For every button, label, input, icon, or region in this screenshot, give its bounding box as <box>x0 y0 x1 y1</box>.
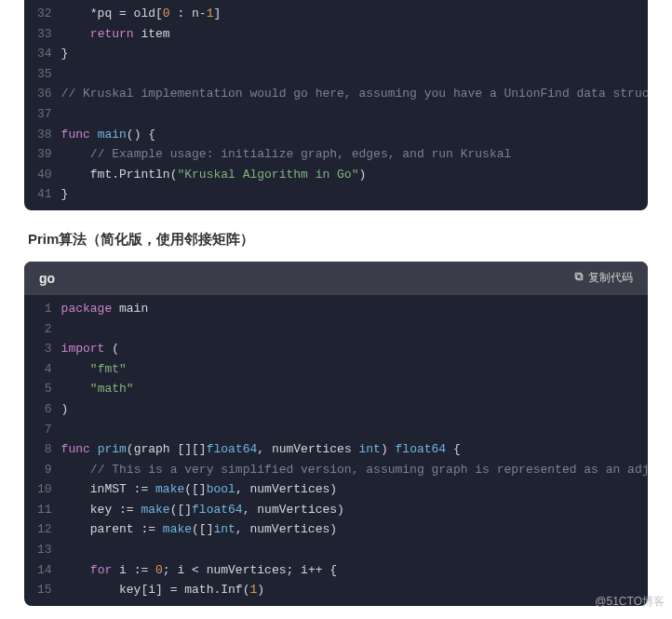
line-number: 39 <box>37 144 52 165</box>
line-number: 13 <box>37 540 52 560</box>
code-line: package main <box>61 299 648 319</box>
line-number: 7 <box>37 420 52 440</box>
line-number: 33 <box>37 24 52 45</box>
svg-rect-0 <box>577 275 583 280</box>
line-number: 6 <box>37 399 52 420</box>
code-line: "fmt" <box>61 359 648 380</box>
code-line <box>61 319 648 340</box>
line-number: 8 <box>37 439 52 460</box>
code-header: go 复制代码 <box>24 262 648 295</box>
line-number: 5 <box>37 379 52 399</box>
line-number: 14 <box>37 560 52 581</box>
line-number: 41 <box>37 184 52 205</box>
code-line <box>61 420 648 440</box>
code-line: key := make([]float64, numVertices) <box>61 500 648 520</box>
code-line: *pq = old[0 : n-1] <box>61 4 648 24</box>
copy-code-button[interactable]: 复制代码 <box>573 270 633 286</box>
line-number: 36 <box>37 84 52 104</box>
line-number: 1 <box>37 299 52 319</box>
line-number: 40 <box>37 165 52 185</box>
copy-code-label: 复制代码 <box>588 270 633 286</box>
code-line: } <box>61 44 648 64</box>
watermark: @51CTO博客 <box>595 594 665 610</box>
line-number: 12 <box>37 519 52 540</box>
code-line: for i := 0; i < numVertices; i++ { <box>61 560 648 581</box>
code-line: import ( <box>61 339 648 359</box>
code-line: parent := make([]int, numVertices) <box>61 519 648 540</box>
code-line: fmt.Println("Kruskal Algorithm in Go") <box>61 165 648 185</box>
code-line: ) <box>61 399 648 420</box>
code-line: // Kruskal implementation would go here,… <box>61 84 648 104</box>
language-label: go <box>39 271 55 286</box>
code-line: } <box>61 184 648 205</box>
line-number: 38 <box>37 125 52 145</box>
code-line: // Example usage: initialize graph, edge… <box>61 144 648 165</box>
code-body: 32333435363738394041 *pq = old[0 : n-1] … <box>24 0 648 210</box>
section-title: Prim算法（简化版，使用邻接矩阵） <box>28 231 648 249</box>
line-number: 37 <box>37 104 52 125</box>
code-line: func prim(graph [][]float64, numVertices… <box>61 439 648 460</box>
line-number: 4 <box>37 359 52 380</box>
code-line: inMST := make([]bool, numVertices) <box>61 479 648 500</box>
code-line <box>61 540 648 560</box>
code-line: // This is a very simplified version, as… <box>61 460 648 480</box>
code-line: return item <box>61 24 648 45</box>
code-body: 123456789101112131415 package mainimport… <box>24 295 648 606</box>
line-number: 3 <box>37 339 52 359</box>
line-number: 9 <box>37 460 52 480</box>
line-number: 32 <box>37 4 52 24</box>
code-line: func main() { <box>61 125 648 145</box>
code-line <box>61 104 648 125</box>
code-block-kruskal: 32333435363738394041 *pq = old[0 : n-1] … <box>24 0 648 210</box>
code-lines: package mainimport ( "fmt" "math")func p… <box>61 299 648 600</box>
code-line: key[i] = math.Inf(1) <box>61 580 648 600</box>
line-number: 11 <box>37 500 52 520</box>
line-number: 34 <box>37 44 52 64</box>
code-lines: *pq = old[0 : n-1] return item}// Kruska… <box>61 4 648 205</box>
code-block-prim: go 复制代码 123456789101112131415 package ma… <box>24 262 648 606</box>
line-number: 35 <box>37 64 52 85</box>
line-gutter: 123456789101112131415 <box>24 299 61 600</box>
code-line <box>61 64 648 85</box>
copy-icon <box>573 271 585 285</box>
line-number: 2 <box>37 319 52 340</box>
code-line: "math" <box>61 379 648 399</box>
line-gutter: 32333435363738394041 <box>24 4 61 205</box>
svg-rect-1 <box>575 274 581 279</box>
line-number: 15 <box>37 580 52 600</box>
line-number: 10 <box>37 479 52 500</box>
